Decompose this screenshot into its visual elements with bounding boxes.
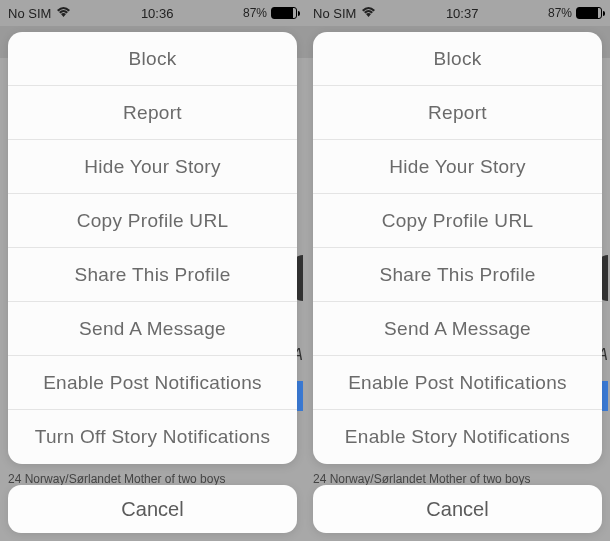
- action-sheet: Block Report Hide Your Story Copy Profil…: [8, 32, 297, 464]
- menu-share-profile[interactable]: Share This Profile: [8, 248, 297, 302]
- battery-icon: [576, 7, 602, 19]
- menu-enable-post-notifications[interactable]: Enable Post Notifications: [313, 356, 602, 410]
- menu-share-profile[interactable]: Share This Profile: [313, 248, 602, 302]
- menu-hide-story[interactable]: Hide Your Story: [313, 140, 602, 194]
- clock: 10:37: [446, 6, 479, 21]
- battery-pct: 87%: [243, 6, 267, 20]
- action-sheet: Block Report Hide Your Story Copy Profil…: [313, 32, 602, 464]
- battery-pct: 87%: [548, 6, 572, 20]
- profile-bio-dimmed: 24 Norway/Sørlandet Mother of two boys: [8, 472, 305, 486]
- menu-turn-off-story-notifications[interactable]: Turn Off Story Notifications: [8, 410, 297, 464]
- carrier-label: No SIM: [313, 6, 356, 21]
- menu-block[interactable]: Block: [313, 32, 602, 86]
- menu-enable-story-notifications[interactable]: Enable Story Notifications: [313, 410, 602, 464]
- menu-send-message[interactable]: Send A Message: [313, 302, 602, 356]
- menu-report[interactable]: Report: [313, 86, 602, 140]
- profile-bio-dimmed: 24 Norway/Sørlandet Mother of two boys: [313, 472, 610, 486]
- wifi-icon: [361, 6, 376, 21]
- menu-copy-url[interactable]: Copy Profile URL: [8, 194, 297, 248]
- battery-icon: [271, 7, 297, 19]
- cancel-button[interactable]: Cancel: [313, 485, 602, 533]
- menu-copy-url[interactable]: Copy Profile URL: [313, 194, 602, 248]
- menu-report[interactable]: Report: [8, 86, 297, 140]
- status-bar: No SIM 10:36 87%: [0, 0, 305, 26]
- side-by-side-container: No SIM 10:36 87% ‹ A 24 Norway/Sørlandet…: [0, 0, 610, 541]
- clock: 10:36: [141, 6, 174, 21]
- phone-right: No SIM 10:37 87% ‹ A 24 Norway/Sørlandet…: [305, 0, 610, 541]
- carrier-label: No SIM: [8, 6, 51, 21]
- menu-enable-post-notifications[interactable]: Enable Post Notifications: [8, 356, 297, 410]
- status-bar: No SIM 10:37 87%: [305, 0, 610, 26]
- menu-hide-story[interactable]: Hide Your Story: [8, 140, 297, 194]
- menu-send-message[interactable]: Send A Message: [8, 302, 297, 356]
- phone-left: No SIM 10:36 87% ‹ A 24 Norway/Sørlandet…: [0, 0, 305, 541]
- menu-block[interactable]: Block: [8, 32, 297, 86]
- wifi-icon: [56, 6, 71, 21]
- cancel-button[interactable]: Cancel: [8, 485, 297, 533]
